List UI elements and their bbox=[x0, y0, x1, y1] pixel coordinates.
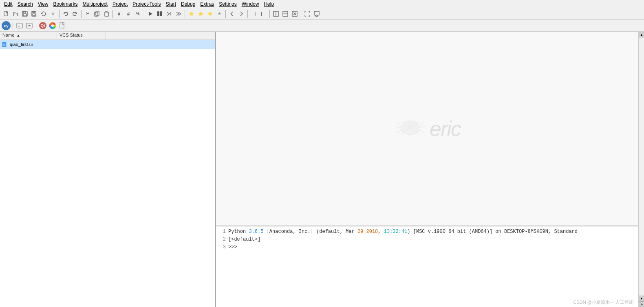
col-vcs-header: VCS Status bbox=[57, 32, 106, 39]
menubar: Edit Search View Bookmarks Multiproject … bbox=[0, 0, 644, 8]
toolbar2: Py >_ Qt bbox=[0, 20, 644, 32]
attribution: CSDN @小桥流水--- 人工智能 bbox=[573, 299, 633, 305]
step-button[interactable] bbox=[165, 9, 174, 18]
shell-prompt: >>> bbox=[228, 243, 237, 251]
menu-extras[interactable]: Extras bbox=[198, 0, 216, 8]
shell-content-1: Python 3.6.5 |Anaconda, Inc.| (default, … bbox=[228, 228, 578, 236]
svg-text:ui: ui bbox=[3, 44, 6, 46]
undo-button[interactable] bbox=[61, 9, 70, 18]
multicolor-button[interactable] bbox=[48, 21, 57, 30]
new-file-button[interactable] bbox=[2, 9, 11, 18]
panel-header: Name ▲ VCS Status bbox=[0, 32, 215, 40]
nav-back-button[interactable] bbox=[227, 9, 236, 18]
run-button[interactable] bbox=[146, 9, 155, 18]
shell-line-2: 2 [<default>] bbox=[219, 236, 635, 243]
svg-text:+: + bbox=[35, 14, 37, 16]
cut-button[interactable]: ✂ bbox=[83, 9, 92, 18]
close-button[interactable]: ✕ bbox=[49, 9, 57, 18]
split-hor-button[interactable] bbox=[271, 9, 280, 18]
monitor-button[interactable] bbox=[312, 9, 321, 18]
svg-rect-11 bbox=[105, 12, 108, 16]
menu-help[interactable]: Help bbox=[261, 0, 276, 8]
stop-button[interactable] bbox=[155, 9, 164, 18]
shell-linenum-3: 3 bbox=[219, 243, 226, 251]
expand-arrow[interactable]: » bbox=[639, 301, 644, 307]
menu-window[interactable]: Window bbox=[239, 0, 262, 8]
svg-line-52 bbox=[419, 130, 424, 133]
goto2-button[interactable]: |← bbox=[259, 9, 268, 18]
svg-rect-37 bbox=[60, 22, 64, 28]
menu-project-tools[interactable]: Project-Tools bbox=[130, 0, 163, 8]
toolbar-sep1 bbox=[59, 10, 60, 18]
revert-button[interactable] bbox=[39, 9, 48, 18]
svg-point-36 bbox=[51, 24, 54, 27]
svg-text:Py: Py bbox=[4, 24, 8, 28]
svg-line-48 bbox=[395, 127, 401, 128]
python-icon: Py bbox=[2, 21, 11, 30]
bookmark-button[interactable]: ⭐ bbox=[187, 9, 196, 18]
eric-logo-text: eric bbox=[430, 116, 461, 141]
svg-rect-7 bbox=[33, 14, 35, 15]
menu-search[interactable]: Search bbox=[15, 0, 35, 8]
col-vcs-label: VCS Status bbox=[60, 33, 83, 37]
svg-rect-13 bbox=[157, 11, 159, 16]
svg-rect-6 bbox=[33, 11, 35, 13]
split-ver-button[interactable] bbox=[281, 9, 290, 18]
menu-multiproject[interactable]: Multiproject bbox=[80, 0, 110, 8]
open-file-button[interactable] bbox=[11, 9, 20, 18]
sort-arrow: ▲ bbox=[16, 33, 20, 37]
scroll-down-arrow[interactable]: ▼ bbox=[639, 296, 644, 301]
svg-rect-23 bbox=[314, 11, 319, 15]
tb2-file-button[interactable] bbox=[58, 21, 67, 30]
bookmark4-button[interactable]: ★ bbox=[215, 9, 224, 18]
goto-button[interactable]: →| bbox=[249, 9, 258, 18]
qt-designer-button[interactable]: Qt bbox=[38, 21, 47, 30]
nav-fwd-button[interactable] bbox=[237, 9, 246, 18]
menu-view[interactable]: View bbox=[35, 0, 51, 8]
menu-start[interactable]: Start bbox=[163, 0, 179, 8]
svg-rect-14 bbox=[160, 11, 162, 16]
find-files-button[interactable]: % bbox=[133, 9, 142, 18]
save-button[interactable] bbox=[20, 9, 29, 18]
toolbar-sep9 bbox=[301, 10, 301, 18]
menu-bookmarks[interactable]: Bookmarks bbox=[51, 0, 80, 8]
close-split-button[interactable] bbox=[290, 9, 299, 18]
menu-settings[interactable]: Settings bbox=[216, 0, 239, 8]
tb2-sep1 bbox=[13, 22, 13, 30]
svg-line-47 bbox=[396, 122, 401, 125]
save-as-button[interactable]: + bbox=[30, 9, 39, 18]
bookmark2-button[interactable]: ⭐ bbox=[196, 9, 205, 18]
svg-text:>_: >_ bbox=[18, 24, 22, 28]
scroll-track bbox=[639, 37, 644, 296]
scroll-up-arrow[interactable]: ▲ bbox=[639, 32, 644, 37]
menu-edit[interactable]: Edit bbox=[2, 0, 15, 8]
shell-line-3: 3 >>> bbox=[219, 243, 635, 251]
file-type-icon: ui bbox=[2, 41, 8, 48]
svg-rect-3 bbox=[23, 11, 26, 13]
menu-project[interactable]: Project bbox=[110, 0, 130, 8]
right-scrollbar[interactable]: ▲ ▼ » bbox=[638, 32, 644, 307]
svg-marker-12 bbox=[149, 12, 152, 16]
file-item[interactable]: ui qiao_first.ui bbox=[0, 40, 215, 49]
svg-line-51 bbox=[419, 127, 425, 128]
tb2-debugger-button[interactable] bbox=[25, 21, 34, 30]
editor-area[interactable]: eric bbox=[216, 32, 638, 226]
shell-area[interactable]: 1 Python 3.6.5 |Anaconda, Inc.| (default… bbox=[216, 226, 638, 307]
copy-button[interactable] bbox=[93, 9, 101, 18]
redo-button[interactable] bbox=[71, 9, 79, 18]
step-into-button[interactable] bbox=[174, 9, 183, 18]
paste-button[interactable] bbox=[102, 9, 111, 18]
eric-logo: eric bbox=[394, 114, 461, 143]
file-name-label: qiao_first.ui bbox=[10, 42, 33, 47]
svg-line-49 bbox=[396, 130, 401, 133]
svg-rect-4 bbox=[23, 14, 26, 16]
find-button[interactable]: # bbox=[115, 9, 124, 18]
toolbar-sep6 bbox=[225, 10, 226, 18]
tb2-shell-button[interactable]: >_ bbox=[15, 21, 24, 30]
menu-debug[interactable]: Debug bbox=[179, 0, 198, 8]
eric-spider-icon bbox=[394, 114, 426, 143]
col-name-label: Name bbox=[2, 33, 14, 37]
fullscreen-button[interactable] bbox=[303, 9, 312, 18]
bookmark3-button[interactable]: ⭐ bbox=[205, 9, 214, 18]
find-replace-button[interactable]: # bbox=[124, 9, 133, 18]
